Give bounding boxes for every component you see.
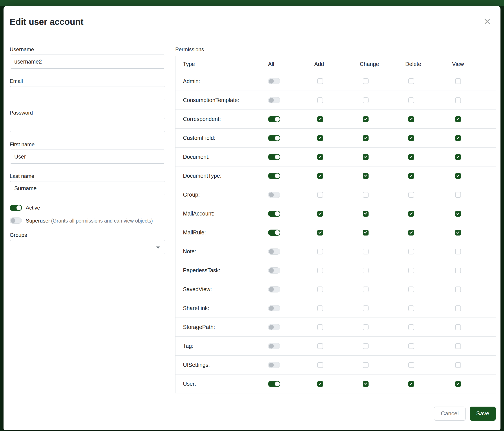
permission-type-label: User: — [175, 381, 268, 387]
permission-delete-checkbox[interactable] — [408, 211, 414, 217]
permission-change-checkbox[interactable] — [363, 381, 369, 387]
permission-delete-checkbox[interactable] — [408, 173, 414, 179]
permission-view-checkbox[interactable] — [455, 343, 461, 349]
permission-delete-checkbox[interactable] — [408, 287, 414, 292]
permission-view-checkbox[interactable] — [455, 230, 461, 235]
permission-add-checkbox[interactable] — [317, 78, 323, 84]
cancel-button[interactable]: Cancel — [434, 407, 466, 421]
permission-all-toggle[interactable] — [268, 230, 280, 236]
permission-add-checkbox[interactable] — [317, 343, 323, 349]
permission-view-checkbox[interactable] — [455, 287, 461, 292]
permission-view-checkbox[interactable] — [455, 192, 461, 198]
permission-view-checkbox[interactable] — [455, 211, 461, 217]
permission-delete-checkbox[interactable] — [408, 116, 414, 122]
close-icon[interactable]: ✕ — [484, 17, 491, 26]
permission-delete-checkbox[interactable] — [408, 249, 414, 254]
permission-add-checkbox[interactable] — [317, 268, 323, 273]
permission-change-checkbox[interactable] — [363, 116, 369, 122]
username-input[interactable] — [10, 54, 165, 69]
permission-change-checkbox[interactable] — [363, 192, 369, 198]
permission-change-checkbox[interactable] — [363, 305, 369, 311]
permission-type-label: Admin: — [175, 78, 268, 84]
save-button[interactable]: Save — [470, 407, 496, 421]
permission-delete-checkbox[interactable] — [408, 98, 414, 103]
permission-all-toggle[interactable] — [268, 267, 280, 274]
permission-change-checkbox[interactable] — [363, 249, 369, 254]
permission-add-checkbox[interactable] — [317, 230, 323, 235]
permission-view-checkbox[interactable] — [455, 98, 461, 103]
permission-view-checkbox[interactable] — [455, 116, 461, 122]
permission-all-toggle[interactable] — [268, 135, 280, 141]
permission-delete-checkbox[interactable] — [408, 268, 414, 273]
permission-view-checkbox[interactable] — [455, 78, 461, 84]
permission-change-checkbox[interactable] — [363, 211, 369, 217]
permission-change-checkbox[interactable] — [363, 78, 369, 84]
permission-change-checkbox[interactable] — [363, 362, 369, 368]
permission-view-checkbox[interactable] — [455, 381, 461, 387]
permission-add-checkbox[interactable] — [317, 154, 323, 160]
permission-change-checkbox[interactable] — [363, 287, 369, 292]
permission-all-toggle[interactable] — [268, 286, 280, 292]
permission-add-checkbox[interactable] — [317, 116, 323, 122]
permission-change-checkbox[interactable] — [363, 173, 369, 179]
permission-delete-checkbox[interactable] — [408, 78, 414, 84]
groups-select[interactable] — [10, 240, 165, 254]
permission-delete-checkbox[interactable] — [408, 343, 414, 349]
permission-delete-checkbox[interactable] — [408, 230, 414, 235]
permission-all-toggle[interactable] — [268, 381, 280, 387]
permission-delete-checkbox[interactable] — [408, 362, 414, 368]
permission-all-toggle[interactable] — [268, 116, 280, 122]
permission-change-checkbox[interactable] — [363, 324, 369, 330]
toggle-knob — [275, 211, 280, 216]
permission-view-checkbox[interactable] — [455, 268, 461, 273]
permission-change-checkbox[interactable] — [363, 230, 369, 235]
permission-delete-checkbox[interactable] — [408, 305, 414, 311]
permission-view-checkbox[interactable] — [455, 324, 461, 330]
permission-all-toggle[interactable] — [268, 154, 280, 160]
password-input[interactable] — [10, 118, 165, 132]
permission-all-toggle[interactable] — [268, 362, 280, 368]
active-toggle[interactable] — [10, 205, 22, 211]
permission-all-toggle[interactable] — [268, 211, 280, 217]
permission-delete-checkbox[interactable] — [408, 324, 414, 330]
permission-view-checkbox[interactable] — [455, 249, 461, 254]
permission-view-checkbox[interactable] — [455, 135, 461, 141]
permission-all-toggle[interactable] — [268, 324, 280, 330]
permission-all-toggle[interactable] — [268, 192, 280, 198]
last-name-input[interactable] — [10, 181, 165, 195]
permission-add-checkbox[interactable] — [317, 324, 323, 330]
permission-change-checkbox[interactable] — [363, 98, 369, 103]
permission-change-checkbox[interactable] — [363, 268, 369, 273]
permission-all-toggle[interactable] — [268, 173, 280, 179]
permission-all-toggle[interactable] — [268, 343, 280, 349]
permission-add-checkbox[interactable] — [317, 362, 323, 368]
permission-change-checkbox[interactable] — [363, 343, 369, 349]
permission-add-checkbox[interactable] — [317, 305, 323, 311]
permission-add-checkbox[interactable] — [317, 287, 323, 292]
permission-delete-checkbox[interactable] — [408, 381, 414, 387]
permission-all-toggle[interactable] — [268, 78, 280, 84]
first-name-input[interactable] — [10, 150, 165, 164]
permission-view-checkbox[interactable] — [455, 154, 461, 160]
permission-delete-checkbox[interactable] — [408, 135, 414, 141]
toggle-knob — [269, 325, 274, 330]
permission-add-checkbox[interactable] — [317, 98, 323, 103]
permission-view-checkbox[interactable] — [455, 173, 461, 179]
permission-add-checkbox[interactable] — [317, 381, 323, 387]
permission-delete-checkbox[interactable] — [408, 192, 414, 198]
permission-delete-checkbox[interactable] — [408, 154, 414, 160]
permission-view-checkbox[interactable] — [455, 305, 461, 311]
permission-all-toggle[interactable] — [268, 305, 280, 311]
permission-change-checkbox[interactable] — [363, 154, 369, 160]
email-input[interactable] — [10, 86, 165, 100]
permission-add-checkbox[interactable] — [317, 192, 323, 198]
permission-change-checkbox[interactable] — [363, 135, 369, 141]
permission-all-toggle[interactable] — [268, 249, 280, 255]
permission-add-checkbox[interactable] — [317, 249, 323, 254]
permission-add-checkbox[interactable] — [317, 211, 323, 217]
permission-all-toggle[interactable] — [268, 97, 280, 103]
permission-add-checkbox[interactable] — [317, 135, 323, 141]
superuser-toggle[interactable] — [10, 217, 22, 224]
permission-add-checkbox[interactable] — [317, 173, 323, 179]
permission-view-checkbox[interactable] — [455, 362, 461, 368]
